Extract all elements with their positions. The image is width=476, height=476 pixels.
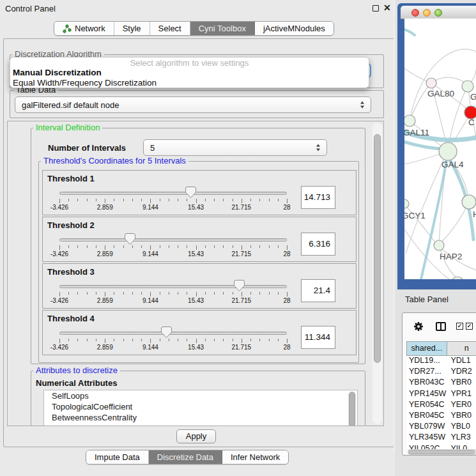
threshold-slider-track[interactable] xyxy=(59,285,287,288)
column-header-shared[interactable]: shared... xyxy=(406,341,447,356)
tick-mark xyxy=(87,339,88,341)
gal4-node[interactable] xyxy=(439,142,457,160)
tick-mark xyxy=(287,292,288,296)
columns-icon[interactable] xyxy=(436,322,446,331)
table-row[interactable]: YDR27...YDR2 xyxy=(406,367,476,378)
table-row[interactable]: YDL19...YDL1 xyxy=(406,356,476,367)
threshold-value-input[interactable]: 11.344 xyxy=(301,326,335,349)
close-icon[interactable]: ✕ xyxy=(383,3,391,13)
tab-style[interactable]: Style xyxy=(114,22,150,35)
bottom-tab-bar: Impute DataDiscretize DataInfer Network xyxy=(86,450,289,464)
tick-mark xyxy=(250,245,251,248)
node-top-right[interactable] xyxy=(462,81,473,92)
threshold-slider-track[interactable] xyxy=(59,332,287,335)
table-row[interactable]: YLR345WYLR3 xyxy=(406,433,476,443)
float-window-icon[interactable] xyxy=(372,5,379,12)
slider-thumb[interactable] xyxy=(185,187,196,198)
tick-mark xyxy=(59,292,60,296)
tick-mark xyxy=(278,292,279,295)
settings-vertical-scrollbar[interactable] xyxy=(372,123,382,424)
right-column: GAL80G.CGAL11GAL4GCY1HHAP2 Table Panel ✓… xyxy=(395,0,476,476)
table-row[interactable]: YBR043CYBR0 xyxy=(406,378,476,388)
minimize-traffic-light-icon[interactable] xyxy=(423,9,431,17)
gal80-node[interactable] xyxy=(426,78,436,88)
tab-cyni-toolbox[interactable]: Cyni Toolbox xyxy=(190,22,255,35)
attribute-list-item[interactable]: BetweennessCentrality xyxy=(44,412,357,423)
tick-mark xyxy=(242,339,242,343)
tab-network[interactable]: Network xyxy=(54,22,114,35)
slider-thumb[interactable] xyxy=(234,280,245,291)
gear-icon[interactable] xyxy=(413,321,424,332)
column-header-n[interactable]: n xyxy=(447,341,476,356)
tick-mark xyxy=(123,292,124,295)
tick-mark xyxy=(259,339,260,341)
tick-mark xyxy=(77,339,78,341)
tick-mark xyxy=(96,339,96,341)
threshold-slider-track[interactable] xyxy=(59,238,287,242)
tab-label: Style xyxy=(123,24,141,33)
tick-label: 2.859 xyxy=(97,204,113,211)
hap2-node[interactable] xyxy=(434,240,444,250)
tab-impute-data[interactable]: Impute Data xyxy=(86,450,149,464)
combo-arrows-icon xyxy=(316,144,321,151)
table-horizontal-scrollbar[interactable] xyxy=(408,449,476,455)
network-canvas[interactable]: GAL80G.CGAL11GAL4GCY1HHAP2 xyxy=(404,19,476,279)
number-of-intervals-select[interactable]: 5 xyxy=(143,139,327,156)
apply-button[interactable]: Apply xyxy=(176,429,216,443)
tab-jactivemnodules[interactable]: jActiveMNodules xyxy=(255,22,334,35)
red-node[interactable] xyxy=(464,106,476,119)
threshold-value-input[interactable]: 6.316 xyxy=(301,233,335,256)
table-row[interactable]: YPR145WYPR1 xyxy=(406,389,476,400)
attributes-list-scrollbar[interactable] xyxy=(348,392,356,426)
algorithm-option-manual-discretization[interactable]: Manual Discretization xyxy=(13,68,102,77)
tick-mark xyxy=(169,292,169,295)
node-bottom-partial[interactable] xyxy=(452,277,463,279)
tab-discretize-data[interactable]: Discretize Data xyxy=(149,450,222,464)
algorithm-option-equal-width-frequency[interactable]: Equal Width/Frequency Discretization xyxy=(13,78,157,88)
tab-select[interactable]: Select xyxy=(150,22,190,35)
tab-infer-network[interactable]: Infer Network xyxy=(222,450,288,464)
table-row[interactable]: YBL079WYBL0 xyxy=(406,422,476,433)
tick-mark xyxy=(169,199,169,201)
tick-mark xyxy=(269,339,270,341)
table-data-select[interactable]: galFiltered.sif default node xyxy=(15,96,371,113)
tick-label: 2.859 xyxy=(97,344,113,351)
tick-mark xyxy=(233,199,233,201)
node-label-gal4: GAL4 xyxy=(441,160,464,169)
tick-label: 21.715 xyxy=(232,204,252,211)
attribute-list-item[interactable]: SelfLoops xyxy=(44,390,357,401)
node-right[interactable] xyxy=(462,195,476,209)
tick-mark xyxy=(178,199,178,201)
zoom-traffic-light-icon[interactable] xyxy=(434,9,442,17)
tick-label: 15.43 xyxy=(188,204,204,211)
tick-mark xyxy=(105,245,105,250)
table-row[interactable]: YER054CYER0 xyxy=(406,400,476,411)
network-thick-edge xyxy=(404,141,445,149)
tick-label: 28 xyxy=(283,344,290,351)
tick-mark xyxy=(214,292,215,295)
slider-thumb[interactable] xyxy=(125,233,135,245)
tick-mark xyxy=(87,245,88,248)
tick-mark xyxy=(141,199,142,201)
network-window-titlebar[interactable] xyxy=(401,6,476,19)
slider-ticks xyxy=(59,199,287,203)
cyni-toolbox-panel: Discretization Algorithm Select algorith… xyxy=(3,38,394,447)
slider-thumb[interactable] xyxy=(161,326,172,338)
gal11-node[interactable] xyxy=(404,115,415,127)
attribute-list-item[interactable]: TopologicalCoefficient xyxy=(44,401,357,412)
table-row[interactable]: YBR045CYBR0 xyxy=(406,411,476,422)
interval-definition-title: Interval Definition xyxy=(33,123,102,132)
checkbox-icon[interactable]: ✓ xyxy=(456,323,463,330)
threshold-value-input[interactable]: 14.713 xyxy=(301,186,335,209)
gcy1-node[interactable] xyxy=(404,199,409,208)
close-traffic-light-icon[interactable] xyxy=(411,9,419,17)
tick-mark xyxy=(242,292,242,296)
tick-mark xyxy=(150,199,151,203)
threshold-slider-track[interactable] xyxy=(59,192,287,195)
checkbox-icon[interactable]: ✓ xyxy=(466,323,473,330)
tick-label: 9.144 xyxy=(142,250,158,257)
tick-label: 2.859 xyxy=(97,297,113,304)
threshold-value-input[interactable]: 21.4 xyxy=(301,279,335,302)
network-thick-edge xyxy=(404,29,415,35)
table-row[interactable]: YIL052CYIL0 xyxy=(406,444,476,450)
